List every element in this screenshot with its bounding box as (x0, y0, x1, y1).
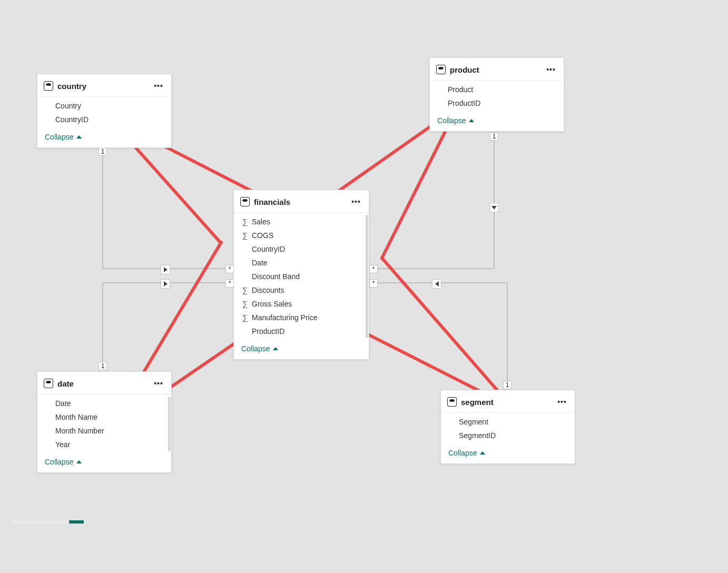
filter-arrow-segment (432, 279, 441, 289)
field-label: COGS (252, 231, 273, 240)
collapse-button[interactable]: Collapse (37, 129, 171, 147)
filter-arrow-product (489, 203, 499, 212)
table-card-country[interactable]: country ••• ∑Country∑CountryID Collapse (37, 74, 172, 148)
table-title: product (450, 65, 545, 74)
sigma-icon: ∑ (241, 313, 249, 322)
collapse-label: Collapse (45, 133, 73, 141)
chevron-up-icon (469, 119, 474, 122)
field-list: ∑Country∑CountryID (37, 97, 171, 129)
field-row[interactable]: ∑Product (430, 83, 564, 96)
field-row[interactable]: ∑Manufacturing Price (234, 311, 369, 324)
scrollbar[interactable] (366, 215, 368, 338)
field-row[interactable]: ∑Date (37, 397, 171, 410)
field-row[interactable]: ∑Discounts (234, 283, 369, 297)
table-title: financials (254, 197, 350, 206)
filter-arrow-country (161, 265, 170, 274)
field-row[interactable]: ∑ProductID (430, 96, 564, 110)
collapse-button[interactable]: Collapse (430, 112, 564, 131)
table-title: segment (461, 398, 556, 407)
cardinality-one-country: 1 (99, 147, 107, 156)
field-row[interactable]: ∑SegmentID (441, 429, 575, 442)
annotation-line (382, 258, 508, 403)
field-label: Month Number (55, 427, 104, 435)
field-label: ProductID (252, 327, 284, 335)
sigma-icon: ∑ (241, 231, 249, 240)
table-title: country (57, 82, 152, 91)
cardinality-many-country: * (225, 265, 234, 273)
collapse-button[interactable]: Collapse (37, 453, 171, 472)
cardinality-many-product: * (369, 265, 378, 273)
collapse-label: Collapse (45, 458, 73, 466)
table-card-financials[interactable]: financials ••• ∑Sales∑COGS∑CountryID∑Dat… (233, 190, 369, 360)
field-label: Segment (459, 418, 488, 426)
cardinality-many-date: * (225, 279, 234, 288)
table-card-product[interactable]: product ••• ∑Product∑ProductID Collapse (429, 57, 564, 132)
table-icon (436, 65, 446, 74)
table-card-segment[interactable]: segment ••• ∑Segment∑SegmentID Collapse (440, 390, 575, 464)
field-row[interactable]: ∑Date (234, 256, 369, 270)
sigma-icon: ∑ (241, 300, 249, 308)
field-label: Year (55, 440, 70, 449)
chevron-up-icon (480, 451, 485, 455)
field-list: ∑Sales∑COGS∑CountryID∑Date∑Discount Band… (234, 213, 369, 340)
field-row[interactable]: ∑ProductID (234, 324, 369, 338)
cardinality-one-segment: 1 (503, 381, 511, 389)
field-label: Sales (252, 218, 270, 226)
filter-arrow-date (161, 279, 170, 289)
field-label: CountryID (55, 115, 88, 124)
chevron-up-icon (273, 347, 278, 350)
table-icon (447, 397, 457, 407)
scrollbar[interactable] (168, 397, 171, 451)
model-canvas[interactable]: 1 * 1 * 1 * 1 * country ••• ∑Country∑Cou… (0, 0, 728, 573)
sigma-icon: ∑ (241, 286, 249, 294)
collapse-button[interactable]: Collapse (234, 340, 369, 359)
collapse-button[interactable]: Collapse (441, 444, 575, 463)
field-row[interactable]: ∑CountryID (234, 242, 369, 256)
field-label: Country (55, 102, 81, 110)
table-icon (44, 81, 53, 91)
field-row[interactable]: ∑CountryID (37, 113, 171, 126)
table-title: date (57, 379, 152, 388)
more-options-button[interactable]: ••• (350, 195, 362, 208)
collapse-label: Collapse (448, 449, 477, 457)
field-label: Manufacturing Price (252, 313, 318, 322)
sigma-icon: ∑ (241, 218, 249, 226)
collapse-label: Collapse (241, 344, 270, 353)
chevron-up-icon (76, 135, 82, 139)
field-label: Discounts (252, 286, 284, 294)
field-row[interactable]: ∑Month Name (37, 410, 171, 424)
field-list: ∑Segment∑SegmentID (441, 413, 575, 444)
field-label: ProductID (448, 99, 480, 107)
field-label: Date (252, 259, 268, 267)
field-list: ∑Date∑Month Name∑Month Number∑Year (37, 394, 171, 453)
cardinality-one-date: 1 (99, 362, 107, 370)
field-row[interactable]: ∑Month Number (37, 424, 171, 438)
cardinality-one-product: 1 (490, 132, 498, 141)
more-options-button[interactable]: ••• (152, 377, 165, 390)
more-options-button[interactable]: ••• (545, 63, 557, 76)
field-label: Month Name (55, 413, 97, 421)
field-label: Discount Band (252, 272, 300, 281)
more-options-button[interactable]: ••• (152, 80, 165, 92)
field-row[interactable]: ∑Sales (234, 215, 369, 229)
field-row[interactable]: ∑Discount Band (234, 270, 369, 283)
field-label: Product (448, 85, 473, 94)
cardinality-many-segment: * (369, 279, 378, 288)
field-label: Gross Sales (252, 300, 292, 308)
status-bar-fragment (12, 520, 84, 523)
more-options-button[interactable]: ••• (556, 396, 568, 408)
table-card-date[interactable]: date ••• ∑Date∑Month Name∑Month Number∑Y… (37, 371, 172, 473)
collapse-label: Collapse (437, 116, 466, 125)
field-row[interactable]: ∑Segment (441, 415, 575, 429)
field-row[interactable]: ∑Gross Sales (234, 297, 369, 311)
field-list: ∑Product∑ProductID (430, 81, 564, 112)
field-label: CountryID (252, 245, 285, 253)
field-row[interactable]: ∑Country (37, 99, 171, 113)
field-label: Date (55, 399, 71, 408)
table-icon (240, 197, 250, 206)
chevron-up-icon (76, 460, 82, 463)
field-label: SegmentID (459, 431, 496, 440)
table-icon (44, 379, 53, 388)
field-row[interactable]: ∑Year (37, 438, 171, 451)
field-row[interactable]: ∑COGS (234, 229, 369, 242)
